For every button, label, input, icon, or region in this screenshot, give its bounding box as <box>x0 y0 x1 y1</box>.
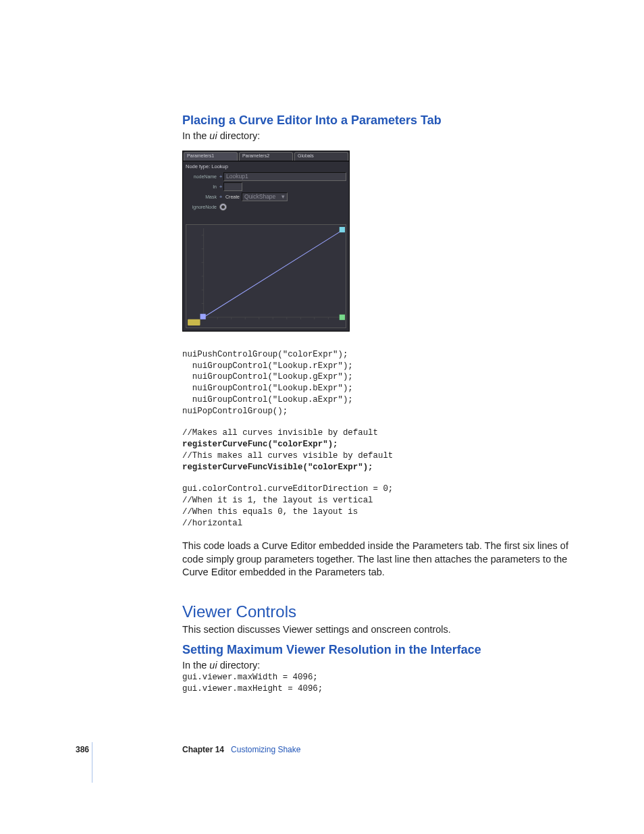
svg-rect-19 <box>200 314 206 319</box>
intro2-suffix: directory: <box>217 660 261 671</box>
code-block-2: //Makes all curves invisible by default … <box>182 427 570 473</box>
row-ignorenode: ignoreNode <box>183 202 349 212</box>
chapter-number: Chapter 14 <box>182 745 224 754</box>
label-in: In <box>186 184 218 189</box>
page-number: 386 <box>76 745 89 754</box>
row-mask: Mask + Create QuickShape ▾ <box>183 192 349 202</box>
parameters-panel: Parameters1 Parameters2 Globals Node typ… <box>182 151 350 332</box>
tab-parameters2[interactable]: Parameters2 <box>239 152 293 161</box>
chapter-label: Chapter 14 Customizing Shake <box>182 745 300 754</box>
svg-line-18 <box>204 230 342 317</box>
heading-max-viewer-res: Setting Maximum Viewer Resolution in the… <box>182 643 570 657</box>
paragraph-curve-body: This code loads a Curve Editor embedded … <box>182 540 570 579</box>
paragraph-viewer-intro: This section discusses Viewer settings a… <box>182 624 570 635</box>
chapter-title: Customizing Shake <box>231 745 300 754</box>
tab-bar: Parameters1 Parameters2 Globals <box>183 151 349 161</box>
field-nodename[interactable]: Lookup1 <box>223 172 346 181</box>
expand-icon[interactable]: + <box>218 184 223 190</box>
document-page: Placing a Curve Editor Into a Parameters… <box>0 0 644 834</box>
intro2-ui-word: ui <box>209 660 217 671</box>
svg-rect-22 <box>188 319 200 325</box>
intro-ui-word: ui <box>209 130 217 141</box>
heading-viewer-controls: Viewer Controls <box>182 602 570 621</box>
chevron-down-icon[interactable]: ▾ <box>281 193 285 201</box>
code-block-1: nuiPushControlGroup("colorExpr"); nuiGro… <box>182 349 570 417</box>
label-mask: Mask <box>186 194 218 199</box>
intro-line-1: In the ui directory: <box>182 130 570 141</box>
intro-line-2: In the ui directory: <box>182 660 570 671</box>
heading-curve-editor: Placing a Curve Editor Into a Parameters… <box>182 113 570 128</box>
field-mask[interactable]: QuickShape ▾ <box>242 192 288 201</box>
node-type-label: Node type: Lookup <box>183 161 349 172</box>
label-nodename: nodeName <box>186 174 218 179</box>
ignorenode-toggle[interactable] <box>219 203 227 211</box>
create-label: Create <box>225 194 240 199</box>
svg-rect-21 <box>340 315 345 320</box>
expand-icon[interactable]: + <box>218 174 223 180</box>
label-ignorenode: ignoreNode <box>186 205 218 209</box>
expand-icon[interactable]: + <box>218 194 223 200</box>
tab-globals[interactable]: Globals <box>294 152 348 161</box>
curve-editor-graph[interactable] <box>186 224 346 328</box>
mask-value: QuickShape <box>244 193 275 200</box>
intro-suffix: directory: <box>217 130 261 141</box>
code-block-3: gui.colorControl.curveEditorDirection = … <box>182 484 570 529</box>
field-in[interactable] <box>223 182 242 191</box>
svg-rect-20 <box>340 227 345 232</box>
page-footer: 386 Chapter 14 Customizing Shake <box>0 745 644 785</box>
footer-divider <box>92 742 92 783</box>
intro2-prefix: In the <box>182 660 209 671</box>
intro-prefix: In the <box>182 130 209 141</box>
code-block-4: gui.viewer.maxWidth = 4096; gui.viewer.m… <box>182 672 570 694</box>
row-nodename: nodeName + Lookup1 <box>183 172 349 182</box>
row-in: In + <box>183 182 349 192</box>
tab-parameters1[interactable]: Parameters1 <box>184 152 238 161</box>
